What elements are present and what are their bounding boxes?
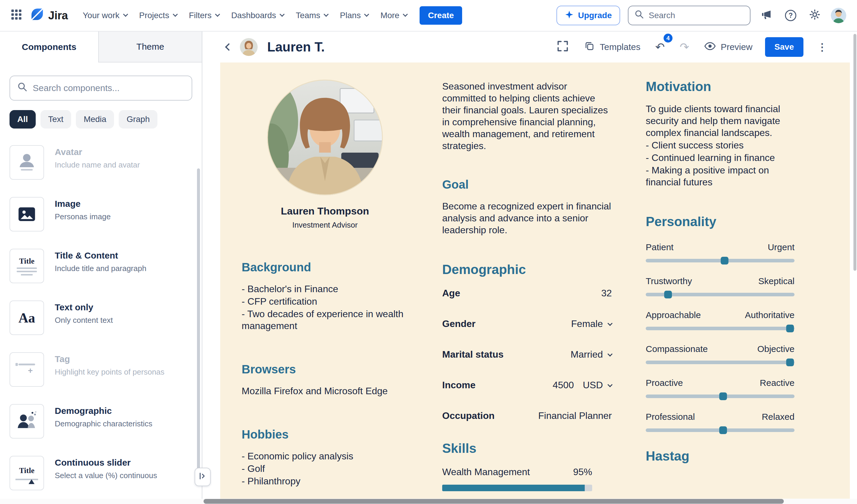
nav-teams[interactable]: Teams [290, 6, 333, 25]
gender-select[interactable]: Female [571, 318, 612, 329]
filter-pill-text[interactable]: Text [40, 110, 71, 129]
nav-dashboards[interactable]: Dashboards [226, 6, 289, 25]
nav-plans[interactable]: Plans [335, 6, 374, 25]
undo-button[interactable]: ↶ 4 [653, 39, 667, 55]
slider-handle[interactable] [721, 257, 728, 265]
preview-button[interactable]: Preview [702, 38, 755, 56]
more-options-button[interactable]: ⋮ [813, 40, 831, 54]
persona-role[interactable]: Investment Advisor [241, 220, 408, 230]
sidebar-scrollbar[interactable] [197, 168, 200, 477]
chevron-down-icon [403, 12, 408, 17]
component-card-title-content[interactable]: Title Title & Content Include title and … [10, 249, 192, 283]
app-switcher-button[interactable] [8, 6, 24, 25]
component-title: Demographic [55, 406, 173, 416]
component-card-image[interactable]: Image Personas image [10, 197, 192, 232]
slider-handle[interactable] [719, 392, 727, 400]
section-demographic[interactable]: Demographic Age 32 Gender Female [442, 262, 612, 421]
filter-pill-graph[interactable]: Graph [119, 110, 157, 129]
canvas-column-1: Lauren Thompson Investment Advisor Backg… [241, 79, 408, 491]
section-title: Skills [442, 441, 612, 456]
income-value[interactable]: 4500 [553, 380, 574, 391]
persona-summary[interactable]: Seasoned investment advisor committed to… [442, 79, 612, 152]
component-card-demographic[interactable]: Demographic Demographic characteristics [10, 404, 192, 439]
slider-handle[interactable] [719, 426, 727, 434]
chevron-down-icon [280, 12, 284, 17]
section-background[interactable]: Background - Bachelor's in Finance - CFP… [241, 261, 408, 332]
tab-components[interactable]: Components [0, 32, 98, 63]
persona-editor: Lauren T. Templates ↶ [202, 32, 857, 504]
fullscreen-button[interactable] [554, 37, 572, 57]
filter-pill-all[interactable]: All [10, 110, 36, 129]
section-personality[interactable]: Personality Patient Urgent [646, 214, 794, 432]
persona-canvas[interactable]: Lauren Thompson Investment Advisor Backg… [220, 63, 850, 504]
save-button[interactable]: Save [765, 37, 803, 57]
slider-handle[interactable] [664, 291, 672, 298]
personality-slider[interactable] [646, 394, 794, 398]
eye-icon [704, 41, 716, 53]
nav-more[interactable]: More [375, 6, 413, 25]
tab-theme[interactable]: Theme [98, 32, 202, 63]
nav-your-work[interactable]: Your work [78, 6, 132, 25]
personality-slider[interactable] [646, 429, 794, 432]
undo-icon: ↶ [655, 41, 665, 53]
section-goal[interactable]: Goal Become a recognized expert in finan… [442, 178, 612, 236]
section-hastag[interactable]: Hastag [646, 449, 794, 464]
vertical-scrollbar-thumb[interactable] [854, 34, 856, 271]
nav-projects[interactable]: Projects [134, 6, 182, 25]
personality-slider[interactable] [646, 327, 794, 330]
component-card-tag[interactable]: + Tag Highlight key points of personas [10, 352, 192, 387]
section-motivation[interactable]: Motivation To guide clients toward finan… [646, 79, 794, 188]
section-hobbies[interactable]: Hobbies - Economic policy analysis - Gol… [241, 428, 408, 487]
horizontal-scrollbar[interactable] [0, 499, 857, 504]
collapse-panel-button[interactable] [195, 468, 211, 486]
templates-button[interactable]: Templates [582, 37, 643, 57]
component-card-continuous-slider[interactable]: Title Continuous slider Select a value (… [10, 456, 192, 490]
announcements-button[interactable] [758, 6, 775, 25]
personality-row: Proactive Reactive [646, 378, 794, 398]
component-card-text-only[interactable]: Aa Text only Only content text [10, 301, 192, 335]
personality-slider[interactable] [646, 360, 794, 364]
redo-button[interactable]: ↷ [677, 39, 692, 55]
component-card-avatar[interactable]: Avatar Include name and avatar [10, 145, 192, 180]
editor-header: Lauren T. Templates ↶ [202, 32, 857, 63]
component-desc: Include title and paragraph [55, 264, 173, 274]
personality-slider[interactable] [646, 293, 794, 296]
age-value[interactable]: 32 [601, 288, 612, 299]
income-currency-select[interactable]: USD [583, 380, 612, 391]
chevron-down-icon [608, 351, 613, 356]
global-search-input[interactable] [649, 11, 744, 20]
chevron-down-icon [215, 12, 220, 17]
persona-name[interactable]: Lauren Thompson [241, 205, 408, 217]
back-button[interactable] [224, 42, 234, 52]
user-avatar[interactable] [831, 8, 846, 23]
search-icon [635, 10, 644, 21]
section-skills[interactable]: Skills Wealth Management 95% [442, 441, 612, 491]
occupation-value[interactable]: Financial Planner [538, 410, 612, 421]
continuous-slider-icon: Title [10, 456, 44, 490]
horizontal-scrollbar-thumb[interactable] [203, 499, 784, 504]
help-button[interactable]: ? [783, 7, 799, 23]
components-search-input[interactable] [33, 83, 184, 93]
chevron-down-icon [324, 12, 329, 17]
chevron-down-icon [608, 382, 613, 387]
settings-button[interactable] [806, 6, 823, 25]
jira-logo[interactable]: Jira [30, 7, 68, 23]
vertical-scrollbar[interactable] [853, 33, 856, 498]
content-shell: Components Theme All Text Media Graph [0, 32, 857, 504]
personality-slider[interactable] [646, 259, 794, 263]
filter-pill-media[interactable]: Media [76, 110, 114, 129]
skill-progress-bar[interactable] [442, 485, 592, 491]
section-browsers[interactable]: Browsers Mozilla Firefox and Microsoft E… [241, 363, 408, 397]
slider-handle[interactable] [786, 324, 794, 332]
title-content-icon: Title [10, 249, 44, 283]
upgrade-button[interactable]: Upgrade [556, 6, 620, 25]
slider-handle[interactable] [786, 358, 794, 366]
marital-status-select[interactable]: Married [571, 349, 612, 360]
component-desc: Personas image [55, 212, 173, 222]
create-button[interactable]: Create [420, 6, 462, 25]
section-title: Background [241, 261, 408, 274]
nav-filters[interactable]: Filters [184, 6, 225, 25]
persona-photo[interactable] [267, 79, 383, 196]
jira-logo-text: Jira [48, 9, 68, 22]
skill-item: Wealth Management 95% [442, 467, 592, 491]
